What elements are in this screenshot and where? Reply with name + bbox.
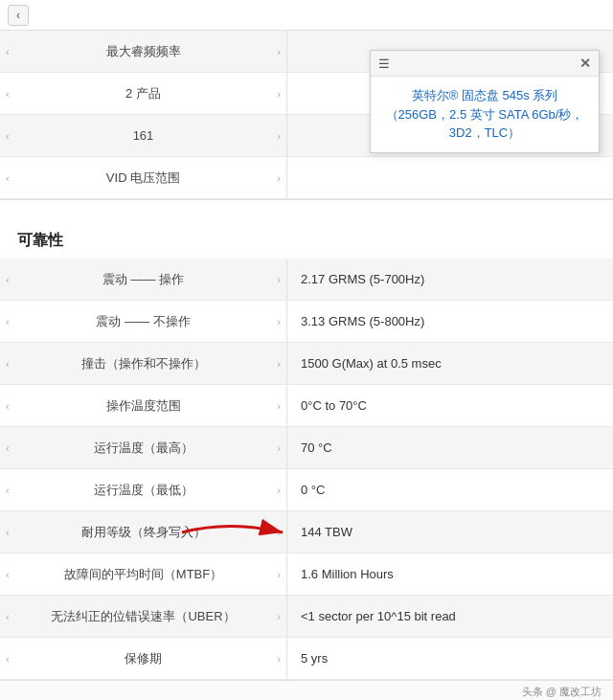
label-cell-op-temp-range: ‹ 操作温度范围 › [0,385,287,426]
left-expand-icon[interactable]: ‹ [6,442,10,454]
left-expand-icon[interactable]: ‹ [6,653,10,665]
table-row: ‹ 耐用等级（终身写入） › 144 TBW [0,511,613,553]
left-expand-icon[interactable]: ‹ [6,88,10,100]
right-expand-icon[interactable]: › [277,400,281,412]
label-text: 最大睿频频率 [106,43,181,60]
value-text: 1.6 Million Hours [301,567,394,581]
right-expand-icon[interactable]: › [277,442,281,454]
label-cell-uber: ‹ 无法纠正的位错误速率（UBER） › [0,596,287,637]
value-cell [287,157,613,198]
left-expand-icon[interactable]: ‹ [6,130,10,142]
value-text: 3.13 GRMS (5-800Hz) [301,314,424,328]
label-cell-min-op-temp: ‹ 运行温度（最低） › [0,469,287,510]
right-expand-icon[interactable]: › [277,527,281,538]
table-row: ‹ 运行温度（最低） › 0 °C [0,469,613,511]
section-title-text: 可靠性 [17,232,63,248]
label-cell-max-turbo: ‹ 最大睿频频率 › [0,31,287,72]
label-text: VID 电压范围 [106,169,180,187]
label-cell-warranty: ‹ 保修期 › [0,638,287,679]
label-cell-161: ‹ 161 › [0,115,287,156]
left-expand-icon[interactable]: ‹ [6,611,10,622]
left-expand-icon[interactable]: ‹ [6,485,10,496]
label-cell-endurance: ‹ 耐用等级（终身写入） › [0,511,287,553]
reliability-table: ‹ 震动 —— 操作 › 2.17 GRMS (5-700Hz) ‹ 震动 ——… [0,259,613,680]
label-text: 运行温度（最高） [94,440,193,457]
value-cell-mtbf: 1.6 Million Hours [287,553,613,595]
value-text: 0 °C [301,483,325,497]
left-expand-icon[interactable]: ‹ [6,172,10,184]
right-expand-icon[interactable]: › [277,316,281,327]
label-cell-shock: ‹ 撞击（操作和不操作） › [0,343,287,384]
right-expand-icon[interactable]: › [277,358,281,370]
popup-close-button[interactable]: ✕ [579,56,591,71]
value-text: 0°C to 70°C [301,398,367,413]
value-text: 70 °C [301,440,332,455]
popup-product-name-text: 英特尔® 固态盘 545s 系列（256GB，2.5 英寸 SATA 6Gb/秒… [386,88,584,140]
value-text: 2.17 GRMS (5-700Hz) [301,272,424,286]
watermark-bar: 头条 @ 魔改工坊 [0,680,613,700]
table-row: ‹ 操作温度范围 › 0°C to 70°C [0,385,613,427]
table-row: ‹ VID 电压范围 › [0,157,613,199]
section-spacer [0,200,613,214]
label-text: 161 [133,128,154,143]
popup-toolbar: ☰ ✕ [371,51,599,77]
page-wrapper: ‹ ‹ 最大睿频频率 › ‹ 2 产品 › ‹ 161 [0,0,613,700]
popup-menu-icon[interactable]: ☰ [378,56,390,71]
label-text: 无法纠正的位错误速率（UBER） [51,608,235,625]
top-nav: ‹ [0,0,613,31]
left-expand-icon[interactable]: ‹ [6,569,10,580]
value-cell-warranty: 5 yrs [287,638,613,679]
table-row: ‹ 震动 —— 不操作 › 3.13 GRMS (5-800Hz) [0,301,613,343]
label-text: 震动 —— 操作 [102,271,184,288]
value-text: <1 sector per 10^15 bit read [301,609,456,623]
value-cell-uber: <1 sector per 10^15 bit read [287,596,613,637]
product-popup: ☰ ✕ 英特尔® 固态盘 545s 系列（256GB，2.5 英寸 SATA 6… [370,50,600,153]
right-expand-icon[interactable]: › [277,569,281,580]
left-expand-icon[interactable]: ‹ [6,316,10,327]
back-icon: ‹ [16,9,20,22]
reliability-section-title: 可靠性 [0,214,613,259]
value-cell-vibration-op: 2.17 GRMS (5-700Hz) [287,259,613,300]
right-expand-icon[interactable]: › [277,46,281,57]
value-cell-op-temp-range: 0°C to 70°C [287,385,613,426]
right-expand-icon[interactable]: › [277,485,281,496]
table-row: ‹ 保修期 › 5 yrs [0,638,613,680]
label-text: 耐用等级（终身写入） [81,524,206,541]
left-expand-icon[interactable]: ‹ [6,274,10,285]
right-expand-icon[interactable]: › [277,130,281,142]
table-row: ‹ 运行温度（最高） › 70 °C [0,427,613,469]
right-expand-icon[interactable]: › [277,172,281,184]
label-text: 故障间的平均时间（MTBF） [64,566,222,583]
left-expand-icon[interactable]: ‹ [6,527,10,538]
label-text: 撞击（操作和不操作） [81,355,206,373]
table-row: ‹ 震动 —— 操作 › 2.17 GRMS (5-700Hz) [0,259,613,301]
label-text: 保修期 [125,650,162,667]
right-expand-icon[interactable]: › [277,274,281,285]
label-cell-mtbf: ‹ 故障间的平均时间（MTBF） › [0,553,287,595]
table-row: ‹ 故障间的平均时间（MTBF） › 1.6 Million Hours [0,553,613,596]
back-button[interactable]: ‹ [8,5,29,26]
value-cell-shock: 1500 G(Max) at 0.5 msec [287,343,613,384]
right-expand-icon[interactable]: › [277,611,281,622]
label-text: 2 产品 [125,85,161,102]
label-text: 震动 —— 不操作 [96,313,190,330]
value-text: 144 TBW [301,525,352,539]
left-expand-icon[interactable]: ‹ [6,46,10,57]
value-cell-vibration-nonop: 3.13 GRMS (5-800Hz) [287,301,613,342]
value-text: 5 yrs [301,651,328,666]
label-cell-vibration-nonop: ‹ 震动 —— 不操作 › [0,301,287,342]
watermark-text: 头条 @ 魔改工坊 [522,685,602,699]
right-expand-icon[interactable]: › [277,653,281,665]
value-cell-min-op-temp: 0 °C [287,469,613,510]
value-text: 1500 G(Max) at 0.5 msec [301,356,442,371]
label-cell-products: ‹ 2 产品 › [0,73,287,114]
right-expand-icon[interactable]: › [277,88,281,100]
label-cell-vid: ‹ VID 电压范围 › [0,157,287,198]
table-row: ‹ 撞击（操作和不操作） › 1500 G(Max) at 0.5 msec [0,343,613,385]
label-text: 运行温度（最低） [94,482,193,499]
value-cell-max-op-temp: 70 °C [287,427,613,468]
table-row: ‹ 无法纠正的位错误速率（UBER） › <1 sector per 10^15… [0,596,613,638]
left-expand-icon[interactable]: ‹ [6,358,10,370]
popup-product-name: 英特尔® 固态盘 545s 系列（256GB，2.5 英寸 SATA 6Gb/秒… [371,77,599,152]
left-expand-icon[interactable]: ‹ [6,400,10,412]
